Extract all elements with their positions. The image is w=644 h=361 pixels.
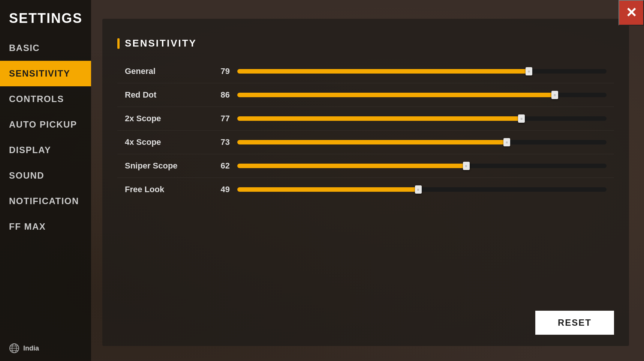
sidebar-item-sensitivity[interactable]: SENSITIVITY [0, 61, 91, 86]
sidebar-item-notification[interactable]: NOTIFICATION [0, 188, 91, 214]
sidebar-footer: India [0, 335, 91, 361]
sidebar: SETTINGS BASICSENSITIVITYCONTROLSAUTO PI… [0, 0, 91, 361]
slider-row-sniper-scope: Sniper Scope62 [117, 154, 614, 178]
slider-track-2x-scope[interactable] [237, 116, 607, 121]
sidebar-item-auto-pickup[interactable]: AUTO PICKUP [0, 112, 91, 137]
slider-thumb-free-look[interactable] [415, 185, 422, 194]
main-content: SENSITIVITY General79Red Dot862x Scope77… [102, 19, 629, 346]
slider-label-4x-scope: 4x Scope [125, 137, 207, 147]
sidebar-item-sound[interactable]: SOUND [0, 163, 91, 188]
slider-thumb-general[interactable] [526, 67, 532, 75]
sidebar-item-ff-max[interactable]: FF MAX [0, 214, 91, 239]
region-label: India [23, 344, 39, 352]
slider-thumb-red-dot[interactable] [551, 91, 558, 99]
slider-label-free-look: Free Look [125, 185, 207, 194]
slider-label-sniper-scope: Sniper Scope [125, 161, 207, 171]
slider-thumb-4x-scope[interactable] [503, 138, 510, 146]
sidebar-item-display[interactable]: DISPLAY [0, 137, 91, 163]
slider-value-2x-scope: 77 [207, 114, 230, 123]
slider-value-sniper-scope: 62 [207, 161, 230, 171]
slider-track-free-look[interactable] [237, 187, 607, 192]
slider-fill-red-dot [237, 93, 555, 97]
slider-label-2x-scope: 2x Scope [125, 114, 207, 123]
slider-label-general: General [125, 66, 207, 76]
slider-value-free-look: 49 [207, 185, 230, 194]
slider-track-red-dot[interactable] [237, 93, 607, 97]
sidebar-item-basic[interactable]: BASIC [0, 35, 91, 61]
slider-label-red-dot: Red Dot [125, 90, 207, 100]
sidebar-item-controls[interactable]: CONTROLS [0, 86, 91, 112]
slider-fill-2x-scope [237, 116, 521, 121]
slider-row-2x-scope: 2x Scope77 [117, 107, 614, 131]
slider-fill-free-look [237, 187, 418, 192]
slider-track-sniper-scope[interactable] [237, 164, 607, 168]
slider-track-general[interactable] [237, 69, 607, 74]
slider-row-general: General79 [117, 60, 614, 83]
slider-value-general: 79 [207, 66, 230, 76]
slider-value-4x-scope: 73 [207, 137, 230, 147]
app-container: SETTINGS BASICSENSITIVITYCONTROLSAUTO PI… [0, 0, 644, 361]
slider-row-free-look: Free Look49 [117, 178, 614, 201]
slider-fill-4x-scope [237, 140, 507, 144]
close-button[interactable]: ✕ [619, 0, 644, 26]
slider-fill-sniper-scope [237, 164, 466, 168]
slider-list: General79Red Dot862x Scope774x Scope73Sn… [117, 60, 614, 201]
slider-thumb-2x-scope[interactable] [518, 114, 525, 123]
slider-fill-general [237, 69, 529, 74]
slider-thumb-sniper-scope[interactable] [463, 162, 470, 170]
slider-row-red-dot: Red Dot86 [117, 83, 614, 107]
section-bar [117, 38, 120, 49]
app-title: SETTINGS [0, 0, 91, 35]
section-header: SENSITIVITY [117, 38, 614, 49]
section-title: SENSITIVITY [125, 38, 197, 49]
slider-value-red-dot: 86 [207, 90, 230, 100]
reset-button[interactable]: RESET [535, 311, 614, 335]
slider-row-4x-scope: 4x Scope73 [117, 131, 614, 154]
slider-track-4x-scope[interactable] [237, 140, 607, 144]
globe-icon [9, 343, 19, 353]
sidebar-nav: BASICSENSITIVITYCONTROLSAUTO PICKUPDISPL… [0, 35, 91, 335]
